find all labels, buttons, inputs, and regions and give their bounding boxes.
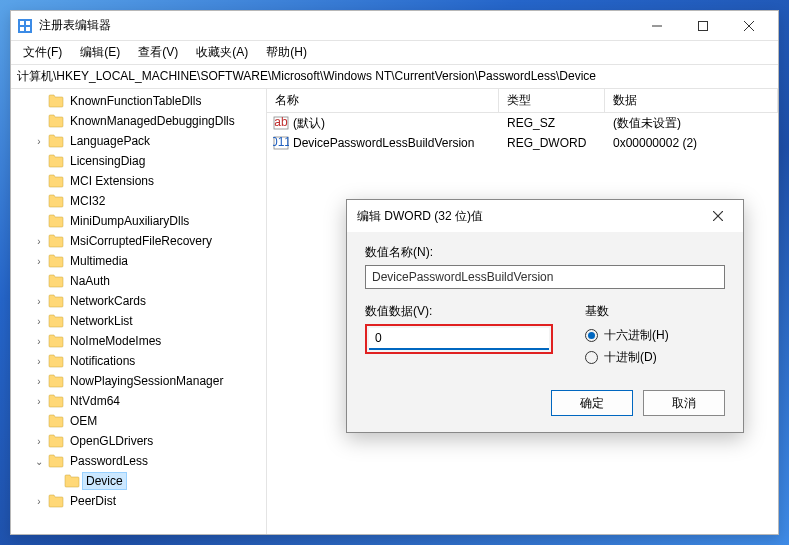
tree-item[interactable]: ›Notifications: [11, 351, 266, 371]
folder-icon: [48, 394, 64, 408]
folder-icon: [48, 454, 64, 468]
column-header-data[interactable]: 数据: [605, 89, 778, 112]
value-name: DevicePasswordLessBuildVersion: [293, 136, 474, 150]
chevron-right-icon[interactable]: ›: [33, 436, 45, 447]
tree-item[interactable]: KnownManagedDebuggingDlls: [11, 111, 266, 131]
svg-text:ab: ab: [274, 115, 288, 129]
svg-rect-3: [20, 27, 24, 31]
menu-view[interactable]: 查看(V): [130, 42, 186, 63]
tree-item[interactable]: ›Multimedia: [11, 251, 266, 271]
chevron-right-icon[interactable]: ›: [33, 236, 45, 247]
folder-icon: [48, 274, 64, 288]
radio-hex-icon: [585, 329, 598, 342]
tree-item[interactable]: ›NetworkCards: [11, 291, 266, 311]
value-data-label: 数值数据(V):: [365, 303, 555, 320]
value-name: (默认): [293, 115, 325, 132]
base-label: 基数: [585, 303, 725, 320]
tree-item[interactable]: ›MsiCorruptedFileRecovery: [11, 231, 266, 251]
list-row[interactable]: ab(默认)REG_SZ(数值未设置): [267, 113, 778, 133]
tree-item-label: LicensingDiag: [67, 153, 148, 169]
tree-item[interactable]: ⌄PasswordLess: [11, 451, 266, 471]
radio-dec-label: 十进制(D): [604, 349, 657, 366]
value-name-label: 数值名称(N):: [365, 244, 725, 261]
tree-pane[interactable]: KnownFunctionTableDllsKnownManagedDebugg…: [11, 89, 267, 534]
chevron-right-icon[interactable]: ›: [33, 496, 45, 507]
tree-item-label: NetworkList: [67, 313, 136, 329]
minimize-button[interactable]: [634, 11, 680, 41]
tree-item[interactable]: NaAuth: [11, 271, 266, 291]
tree-item-label: KnownManagedDebuggingDlls: [67, 113, 238, 129]
ok-button[interactable]: 确定: [551, 390, 633, 416]
svg-rect-4: [26, 27, 30, 31]
chevron-right-icon[interactable]: ›: [33, 396, 45, 407]
tree-item[interactable]: MCI Extensions: [11, 171, 266, 191]
maximize-button[interactable]: [680, 11, 726, 41]
dialog-titlebar: 编辑 DWORD (32 位)值: [347, 200, 743, 232]
chevron-right-icon[interactable]: ›: [33, 356, 45, 367]
folder-icon: [48, 194, 64, 208]
tree-item[interactable]: KnownFunctionTableDlls: [11, 91, 266, 111]
menu-edit[interactable]: 编辑(E): [72, 42, 128, 63]
menu-help[interactable]: 帮助(H): [258, 42, 315, 63]
dialog-buttons: 确定 取消: [365, 390, 725, 416]
column-header-name[interactable]: 名称: [267, 89, 499, 112]
value-data-highlight: [365, 324, 553, 354]
chevron-right-icon[interactable]: ›: [33, 136, 45, 147]
value-data: 0x00000002 (2): [605, 136, 778, 150]
tree-item-label: Multimedia: [67, 253, 131, 269]
radio-dec-icon: [585, 351, 598, 364]
chevron-right-icon[interactable]: ›: [33, 336, 45, 347]
tree-item[interactable]: OEM: [11, 411, 266, 431]
tree-item[interactable]: ›OpenGLDrivers: [11, 431, 266, 451]
tree-item-label: PasswordLess: [67, 453, 151, 469]
window-title: 注册表编辑器: [39, 17, 634, 34]
value-type: REG_DWORD: [499, 136, 605, 150]
address-bar[interactable]: 计算机\HKEY_LOCAL_MACHINE\SOFTWARE\Microsof…: [11, 65, 778, 89]
radio-dec[interactable]: 十进制(D): [585, 346, 725, 368]
tree-item-label: MsiCorruptedFileRecovery: [67, 233, 215, 249]
close-button[interactable]: [726, 11, 772, 41]
svg-rect-1: [20, 21, 24, 25]
radio-hex[interactable]: 十六进制(H): [585, 324, 725, 346]
tree-item[interactable]: ›NetworkList: [11, 311, 266, 331]
folder-icon: [48, 494, 64, 508]
folder-icon: [48, 374, 64, 388]
folder-icon: [48, 154, 64, 168]
value-type: REG_SZ: [499, 116, 605, 130]
column-header-type[interactable]: 类型: [499, 89, 605, 112]
chevron-right-icon[interactable]: ›: [33, 296, 45, 307]
tree-item[interactable]: MiniDumpAuxiliaryDlls: [11, 211, 266, 231]
value-data-field[interactable]: [369, 328, 549, 350]
chevron-right-icon[interactable]: ›: [33, 376, 45, 387]
menubar: 文件(F) 编辑(E) 查看(V) 收藏夹(A) 帮助(H): [11, 41, 778, 65]
tree-item[interactable]: MCI32: [11, 191, 266, 211]
svg-rect-6: [699, 21, 708, 30]
chevron-right-icon[interactable]: ›: [33, 316, 45, 327]
chevron-down-icon[interactable]: ⌄: [33, 456, 45, 467]
folder-icon: [48, 434, 64, 448]
menu-favorites[interactable]: 收藏夹(A): [188, 42, 256, 63]
chevron-right-icon[interactable]: ›: [33, 256, 45, 267]
tree-item[interactable]: Device: [11, 471, 266, 491]
titlebar: 注册表编辑器: [11, 11, 778, 41]
cancel-button[interactable]: 取消: [643, 390, 725, 416]
svg-text:011: 011: [273, 135, 289, 149]
folder-icon: [48, 174, 64, 188]
tree-item-label: Notifications: [67, 353, 138, 369]
tree-item[interactable]: ›LanguagePack: [11, 131, 266, 151]
dialog-close-button[interactable]: [703, 202, 733, 230]
tree-item-label: NaAuth: [67, 273, 113, 289]
menu-file[interactable]: 文件(F): [15, 42, 70, 63]
tree-item[interactable]: ›NoImeModeImes: [11, 331, 266, 351]
tree-item[interactable]: LicensingDiag: [11, 151, 266, 171]
value-name-field[interactable]: [365, 265, 725, 289]
tree-item-label: NowPlayingSessionManager: [67, 373, 226, 389]
tree-item[interactable]: ›PeerDist: [11, 491, 266, 511]
folder-icon: [64, 474, 80, 488]
folder-icon: [48, 314, 64, 328]
folder-icon: [48, 334, 64, 348]
tree-item[interactable]: ›NtVdm64: [11, 391, 266, 411]
dialog-title: 编辑 DWORD (32 位)值: [357, 208, 703, 225]
list-row[interactable]: 011DevicePasswordLessBuildVersionREG_DWO…: [267, 133, 778, 153]
tree-item[interactable]: ›NowPlayingSessionManager: [11, 371, 266, 391]
